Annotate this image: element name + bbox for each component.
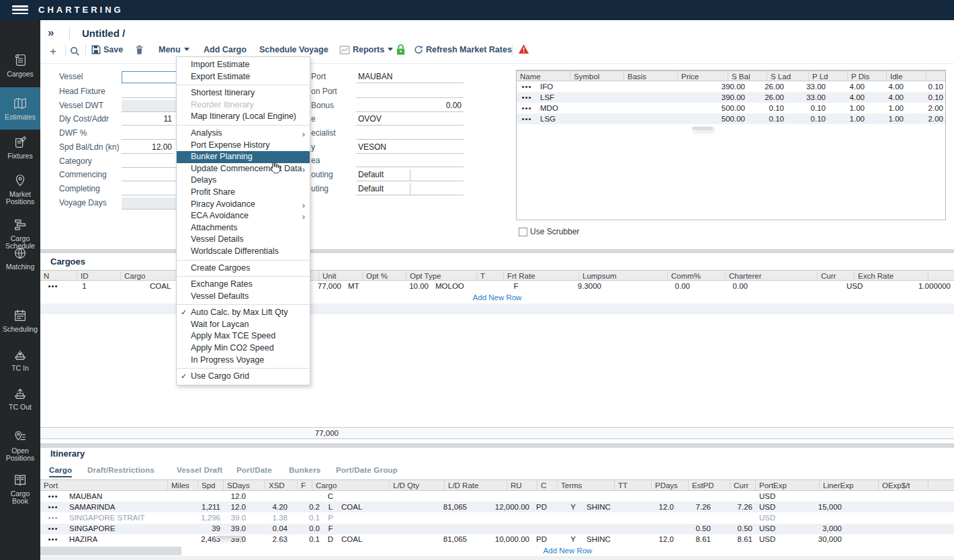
field-input[interactable]: MAUBAN bbox=[356, 71, 464, 83]
save-button[interactable]: Save bbox=[91, 45, 123, 54]
grid-cell[interactable]: 12.0 bbox=[640, 502, 677, 512]
grid-cell[interactable] bbox=[470, 491, 533, 502]
grid-cell[interactable]: 0.04 bbox=[249, 524, 291, 534]
grid-cell[interactable] bbox=[415, 512, 470, 523]
hamburger-menu-icon[interactable] bbox=[12, 5, 28, 15]
grid-cell[interactable]: 2.00 bbox=[907, 103, 947, 113]
menu-item-worldscale-differentials[interactable]: Worldscale Differentials bbox=[177, 246, 310, 258]
refresh-market-rates-button[interactable]: Refresh Market Rates bbox=[414, 45, 512, 54]
grid-cell[interactable]: 1,296 bbox=[193, 512, 224, 523]
row-menu-icon[interactable]: ••• bbox=[40, 534, 66, 545]
menu-item-auto-calc-by-max-lift-qty[interactable]: ✓Auto Calc. by Max Lift Qty bbox=[177, 307, 310, 319]
grid-cell[interactable]: 0.2 bbox=[291, 502, 323, 512]
grid-cell[interactable]: 7.26 bbox=[714, 502, 756, 512]
grid-cell[interactable] bbox=[644, 103, 698, 113]
grid-cell[interactable]: 8.61 bbox=[677, 534, 714, 545]
grid-cell[interactable] bbox=[904, 491, 954, 502]
grid-cell[interactable]: 15,000 bbox=[781, 502, 845, 512]
grid-cell[interactable]: 81,065 bbox=[415, 502, 470, 512]
grid-cell[interactable]: 1,211 bbox=[193, 502, 224, 512]
sidebar-item-scheduling[interactable]: Scheduling bbox=[0, 305, 40, 337]
grid-cell[interactable]: 8.61 bbox=[714, 534, 756, 545]
grid-cell[interactable]: 0.10 bbox=[787, 113, 829, 124]
grid-cell[interactable] bbox=[415, 524, 470, 534]
row-menu-icon[interactable]: ••• bbox=[517, 81, 537, 92]
grid-cell[interactable] bbox=[904, 534, 954, 545]
grid-cell[interactable] bbox=[845, 502, 904, 512]
grid-cell[interactable] bbox=[677, 491, 714, 502]
row-menu-icon[interactable]: ••• bbox=[517, 113, 537, 124]
field-input[interactable]: OVOV bbox=[356, 113, 464, 126]
grid-cell[interactable]: USD bbox=[843, 281, 880, 292]
grid-cell[interactable]: SAMARINDA bbox=[66, 502, 193, 512]
grid-cell[interactable] bbox=[845, 534, 904, 545]
grid-cell[interactable]: C bbox=[323, 491, 338, 502]
grid-cell[interactable] bbox=[751, 281, 843, 292]
grid-cell[interactable]: 0.10 bbox=[907, 81, 947, 92]
grid-cell[interactable] bbox=[338, 491, 415, 502]
grid-cell[interactable]: IFO bbox=[537, 81, 591, 92]
menu-item-wait-for-laycan[interactable]: Wait for Laycan bbox=[177, 319, 310, 331]
grid-cell[interactable] bbox=[193, 491, 224, 502]
grid-cell[interactable] bbox=[583, 491, 640, 502]
tab-port-date-group[interactable]: Port/Date Group bbox=[336, 466, 398, 474]
menu-item-in-progress-voyage[interactable]: In Progress Voyage bbox=[177, 355, 310, 367]
grid-cell[interactable]: 500.00 bbox=[698, 103, 748, 113]
row-menu-icon[interactable]: ••• bbox=[40, 524, 66, 534]
grid-cell[interactable]: USD bbox=[756, 502, 781, 512]
tab-port-date[interactable]: Port/Date bbox=[236, 466, 272, 474]
grid-cell[interactable]: 2.63 bbox=[249, 534, 291, 545]
grid-cell[interactable] bbox=[563, 524, 583, 534]
grid-cell[interactable]: 1.000000 bbox=[880, 281, 954, 292]
grid-cell[interactable]: 1.00 bbox=[829, 103, 868, 113]
itinerary-add-new-row-link[interactable]: Add New Row bbox=[511, 547, 625, 555]
grid-cell[interactable] bbox=[677, 512, 714, 523]
grid-cell[interactable] bbox=[644, 81, 698, 92]
grid-cell[interactable]: 390.00 bbox=[698, 92, 748, 103]
grid-cell[interactable] bbox=[533, 491, 563, 502]
menu-item-update-commencement-data[interactable]: Update Commencement Data› bbox=[177, 163, 310, 175]
field-input[interactable]: Default bbox=[356, 183, 410, 195]
grid-cell[interactable]: 1.00 bbox=[868, 113, 907, 124]
grid-cell[interactable] bbox=[845, 491, 904, 502]
grid-cell[interactable]: 9.3000 bbox=[529, 281, 605, 292]
grid-cell[interactable]: 0.00 bbox=[605, 281, 693, 292]
horizontal-scrollbar-thumb[interactable] bbox=[40, 547, 181, 555]
grid-cell[interactable]: 4.00 bbox=[868, 92, 907, 103]
field-input-secondary[interactable] bbox=[410, 169, 464, 181]
row-menu-icon[interactable]: ••• bbox=[40, 281, 66, 292]
menu-item-export-estimate[interactable]: Export Estimate bbox=[177, 71, 310, 83]
grid-cell[interactable] bbox=[415, 491, 470, 502]
grid-cell[interactable]: 3,000 bbox=[781, 524, 845, 534]
menu-item-profit-share[interactable]: Profit Share bbox=[177, 187, 310, 199]
grid-cell[interactable] bbox=[714, 512, 756, 523]
grid-cell[interactable]: 33.00 bbox=[787, 81, 829, 92]
menu-item-reorder-itinerary[interactable]: Reorder Itinerary bbox=[177, 99, 310, 111]
grid-cell[interactable]: 12,000.00 bbox=[470, 502, 533, 512]
field-input[interactable]: Default bbox=[356, 169, 410, 181]
grid-cell[interactable] bbox=[644, 113, 698, 124]
grid-cell[interactable] bbox=[845, 512, 904, 523]
grid-cell[interactable]: LSF bbox=[537, 92, 591, 103]
search-icon[interactable] bbox=[70, 46, 83, 56]
field-input-spd-bal-ldn-kn-[interactable]: 12.00 bbox=[122, 142, 174, 154]
grid-cell[interactable] bbox=[591, 81, 644, 92]
menu-item-shortest-itinerary[interactable]: Shortest Itinerary bbox=[177, 87, 310, 99]
sidebar-item-estimates[interactable]: Estimates bbox=[0, 87, 40, 130]
grid-cell[interactable] bbox=[338, 512, 415, 523]
grid-cell[interactable]: SHINC bbox=[583, 502, 640, 512]
menu-item-port-expense-history[interactable]: Port Expense History bbox=[177, 140, 310, 152]
grid-cell[interactable]: MOLOO bbox=[432, 281, 503, 292]
grid-cell[interactable] bbox=[583, 512, 640, 523]
grid-cell[interactable] bbox=[845, 524, 904, 534]
tab-draft-restrictions[interactable]: Draft/Restrictions bbox=[87, 466, 155, 474]
sidebar-item-open-positions[interactable]: OpenPositions bbox=[0, 426, 40, 466]
field-input[interactable]: 0.00 bbox=[356, 100, 464, 112]
grid-cell[interactable] bbox=[338, 524, 415, 534]
menu-item-eca-avoidance[interactable]: ECA Avoidance› bbox=[177, 210, 310, 222]
grid-cell[interactable]: F bbox=[323, 524, 338, 534]
grid-cell[interactable]: Y bbox=[563, 534, 583, 545]
grid-cell[interactable] bbox=[563, 512, 583, 523]
sidebar-item-market-positions[interactable]: MarketPositions bbox=[0, 169, 40, 209]
grid-cell[interactable] bbox=[470, 524, 533, 534]
